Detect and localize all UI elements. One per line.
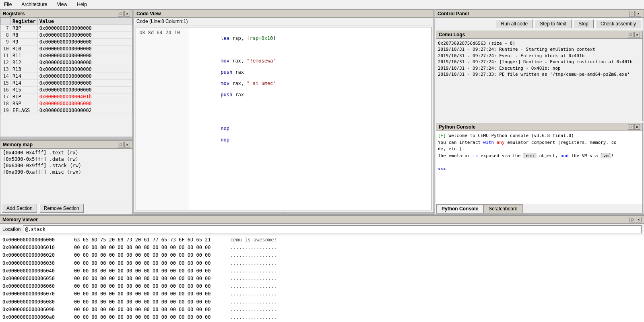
location-label: Location bbox=[2, 226, 21, 232]
reg-value: 0x0000000000000000 bbox=[37, 46, 132, 52]
table-row: 0x0000000000006050 00 00 00 00 00 00 00 … bbox=[2, 275, 642, 283]
hex-bytes: 00 00 00 00 00 00 00 00 00 00 00 00 00 0… bbox=[74, 244, 227, 251]
table-row: 16 R15 0x0000000000000000 bbox=[1, 87, 132, 93]
menu-view[interactable]: View bbox=[54, 1, 70, 8]
reg-name: R8 bbox=[11, 32, 38, 39]
registers-splitter[interactable]: ··· bbox=[0, 137, 132, 139]
memory-viewer-minimize-btn[interactable]: □ bbox=[630, 217, 635, 222]
reg-value: 0x0000000000000000 bbox=[37, 25, 132, 32]
memory-map-header: Memory map □ × bbox=[0, 141, 132, 149]
hex-ascii: ................ bbox=[230, 306, 277, 314]
add-section-button[interactable]: Add Section bbox=[2, 204, 37, 213]
reg-num: 11 bbox=[1, 52, 11, 59]
python-minimize-btn[interactable]: □ bbox=[628, 124, 634, 130]
list-item[interactable]: [0x4000-0x4fff] .text (rx) bbox=[2, 150, 131, 156]
reg-value: 0x0000000000000000 bbox=[37, 32, 132, 39]
table-row: 0x0000000000006060 00 00 00 00 00 00 00 … bbox=[2, 283, 642, 290]
table-row: 13 R13 0x0000000000000000 bbox=[1, 66, 132, 73]
code-content[interactable]: 48 8d 64 24 10 lea rsp, [rsp+0x10] mov r… bbox=[136, 27, 432, 210]
control-panel-close-btn[interactable]: × bbox=[636, 11, 641, 17]
registers-minimize-btn[interactable]: □ bbox=[118, 11, 124, 17]
cemu-logs-close-btn[interactable]: × bbox=[634, 32, 640, 37]
reg-name: R13 bbox=[11, 66, 38, 73]
table-row: 0x0000000000006090 00 00 00 00 00 00 00 … bbox=[2, 306, 642, 314]
registers-scroll[interactable]: Register Value 7 RBP 0x0000000000000000 … bbox=[0, 18, 132, 137]
reg-name: RBP bbox=[11, 25, 38, 32]
hex-addr: 0x0000000000006030 bbox=[2, 260, 71, 267]
table-row: 18 RSP 0x0000000000006000 bbox=[1, 100, 132, 107]
step-to-next-button[interactable]: Step to Next bbox=[535, 19, 572, 28]
cemu-logs-title: Cemu Logs bbox=[439, 32, 465, 37]
reg-value: 0x0000000000000000 bbox=[37, 87, 132, 93]
table-row: 0x0000000000006030 00 00 00 00 00 00 00 … bbox=[2, 260, 642, 267]
table-row: 8 R8 0x0000000000000000 bbox=[1, 32, 132, 39]
reg-name: RIP bbox=[11, 93, 38, 100]
memory-hex-view[interactable]: 0x0000000000006000 63 65 6D 75 20 69 73 … bbox=[0, 235, 644, 322]
hex-bytes: 63 65 6D 75 20 69 73 20 61 77 65 73 6F 6… bbox=[74, 236, 227, 244]
check-assembly-button[interactable]: Check assembly bbox=[595, 19, 641, 28]
hex-bytes: 00 00 00 00 00 00 00 00 00 00 00 00 00 0… bbox=[74, 260, 227, 267]
menu-file[interactable]: File bbox=[2, 1, 14, 8]
code-splitter[interactable]: ··· bbox=[134, 212, 433, 214]
reg-num: 8 bbox=[1, 32, 11, 39]
list-item[interactable]: [0xa000-0xafff] .misc (rwx) bbox=[2, 169, 131, 175]
list-item[interactable]: [0x6000-0x9fff] .stack (rw) bbox=[2, 162, 131, 169]
python-console-content[interactable]: [+] Welcome to CEMU Python console (v3.6… bbox=[436, 131, 642, 204]
python-close-btn[interactable]: × bbox=[634, 124, 640, 130]
table-row: 0x0000000000006080 00 00 00 00 00 00 00 … bbox=[2, 298, 642, 306]
remove-section-button[interactable]: Remove Section bbox=[39, 204, 84, 213]
table-row: 7 RBP 0x0000000000000000 bbox=[1, 25, 132, 32]
cemu-logs-minimize-btn[interactable]: □ bbox=[628, 32, 634, 37]
hex-addr: 0x0000000000006000 bbox=[2, 236, 71, 244]
py-welcome-line: [+] Welcome to CEMU Python console (v3.6… bbox=[438, 133, 641, 139]
table-row: 17 RIP 0x000000000000401b bbox=[1, 93, 132, 100]
cemu-logs-content[interactable]: 0x20736920756d6563 (size = 8)2019/10/31 … bbox=[436, 39, 642, 121]
list-item[interactable]: [0x5000-0x5fff] .data (rw) bbox=[2, 156, 131, 162]
memory-viewer-header: Memory Viewer □ × bbox=[0, 216, 644, 224]
memory-map-close-btn[interactable]: × bbox=[124, 142, 130, 147]
reg-name: R10 bbox=[11, 46, 38, 52]
table-row: 11 R11 0x0000000000000000 bbox=[1, 52, 132, 59]
memory-map-minimize-btn[interactable]: □ bbox=[118, 142, 124, 147]
hex-bytes: 00 00 00 00 00 00 00 00 00 00 00 00 00 0… bbox=[74, 267, 227, 275]
python-console-header: Python Console □ × bbox=[436, 123, 642, 131]
memory-map-controls: □ × bbox=[118, 142, 130, 147]
hex-addr: 0x0000000000006040 bbox=[2, 267, 71, 275]
reg-name: EFLAGS bbox=[11, 107, 38, 114]
col-value: Value bbox=[37, 18, 132, 25]
menu-architecture[interactable]: Architecture bbox=[19, 1, 50, 8]
code-view-header: Code View bbox=[134, 10, 433, 18]
location-input[interactable] bbox=[23, 225, 642, 233]
hex-ascii: ................ bbox=[230, 298, 277, 306]
control-panel-minimize-btn[interactable]: □ bbox=[629, 11, 635, 17]
table-row: 0x0000000000006070 00 00 00 00 00 00 00 … bbox=[2, 290, 642, 298]
location-bar: Location bbox=[0, 224, 644, 235]
hex-ascii: ................ bbox=[230, 251, 277, 259]
menubar: File Architecture View Help bbox=[0, 0, 644, 9]
table-row: 9 R9 0x0000000000000000 bbox=[1, 39, 132, 46]
section-buttons: Add Section Remove Section bbox=[0, 202, 132, 214]
python-console-title: Python Console bbox=[439, 124, 475, 130]
tab-scratchboard[interactable]: Scratchboard bbox=[483, 204, 522, 213]
registers-close-btn[interactable]: × bbox=[124, 11, 130, 17]
hex-addr: 0x0000000000006020 bbox=[2, 251, 71, 259]
tab-python-console[interactable]: Python Console bbox=[436, 204, 483, 213]
reg-value: 0x000000000000401b bbox=[37, 93, 132, 100]
stop-button[interactable]: Stop bbox=[573, 19, 594, 28]
left-panels: Registers □ × Register Value bbox=[0, 9, 133, 215]
reg-value: 0x0000000000000000 bbox=[37, 39, 132, 46]
run-all-button[interactable]: Run all code bbox=[496, 19, 533, 28]
menu-help[interactable]: Help bbox=[74, 1, 89, 8]
table-row: 0x0000000000006040 00 00 00 00 00 00 00 … bbox=[2, 267, 642, 275]
reg-num: 9 bbox=[1, 39, 11, 46]
hex-addr: 0x0000000000006090 bbox=[2, 306, 71, 314]
reg-num: 18 bbox=[1, 100, 11, 107]
hex-addr: 0x0000000000006070 bbox=[2, 290, 71, 298]
hex-ascii: ................ bbox=[230, 275, 277, 283]
hex-ascii: ................ bbox=[230, 290, 277, 298]
hex-bytes: 00 00 00 00 00 00 00 00 00 00 00 00 00 0… bbox=[74, 306, 227, 314]
reg-num: 19 bbox=[1, 107, 11, 114]
reg-num: 15 bbox=[1, 80, 11, 87]
memory-viewer-close-btn[interactable]: × bbox=[636, 217, 642, 222]
reg-value: 0x0000000000000002 bbox=[37, 107, 132, 114]
